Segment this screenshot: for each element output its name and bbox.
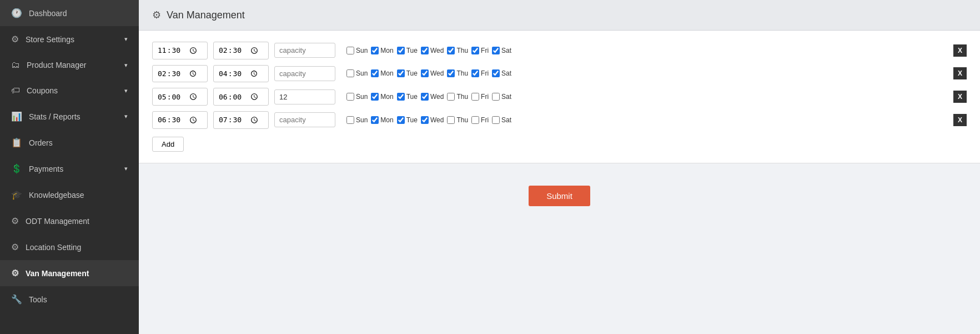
sidebar-item-coupons[interactable]: 🏷 Coupons ▾ xyxy=(0,78,139,103)
start-time-input-1[interactable] xyxy=(157,45,199,56)
day-fri-1[interactable]: Fri xyxy=(471,47,489,54)
day-sat-3[interactable]: Sat xyxy=(492,93,511,101)
capacity-input-1[interactable] xyxy=(274,43,335,58)
delete-button-4[interactable]: X xyxy=(953,114,967,126)
sidebar-item-orders[interactable]: 📋 Orders xyxy=(0,129,139,156)
start-time-3[interactable] xyxy=(152,88,208,106)
thu-checkbox-3[interactable] xyxy=(447,93,455,101)
mon-checkbox-4[interactable] xyxy=(371,116,379,124)
day-tue-4[interactable]: Tue xyxy=(397,116,418,124)
day-mon-2[interactable]: Mon xyxy=(371,69,393,77)
odt-icon: ⚙ xyxy=(11,216,19,226)
end-time-input-2[interactable] xyxy=(218,68,260,79)
day-sun-1[interactable]: Sun xyxy=(346,47,368,54)
sidebar-item-product-manager[interactable]: 🗂 Product Manager ▾ xyxy=(0,52,139,78)
wed-checkbox-3[interactable] xyxy=(421,93,429,101)
sat-checkbox-4[interactable] xyxy=(492,116,500,124)
page-title: Van Management xyxy=(167,9,245,21)
sun-checkbox-4[interactable] xyxy=(346,116,354,124)
day-wed-1[interactable]: Wed xyxy=(421,47,444,54)
day-sun-4[interactable]: Sun xyxy=(346,116,368,124)
delete-button-2[interactable]: X xyxy=(953,67,967,79)
end-time-input-4[interactable] xyxy=(218,114,260,126)
day-fri-3[interactable]: Fri xyxy=(471,93,489,101)
sidebar-item-dashboard[interactable]: 🕐 Dashboard xyxy=(0,0,139,26)
day-wed-2[interactable]: Wed xyxy=(421,69,444,77)
start-time-input-4[interactable] xyxy=(157,114,199,126)
sidebar-item-payments[interactable]: 💲 Payments ▾ xyxy=(0,156,139,182)
sidebar-item-odt-management[interactable]: ⚙ ODT Management xyxy=(0,208,139,234)
day-mon-4[interactable]: Mon xyxy=(371,116,393,124)
start-time-2[interactable] xyxy=(152,65,208,83)
end-time-input-3[interactable] xyxy=(218,91,260,102)
sat-checkbox-3[interactable] xyxy=(492,93,500,101)
capacity-input-2[interactable] xyxy=(274,66,335,81)
day-sun-3[interactable]: Sun xyxy=(346,93,368,101)
fri-checkbox-4[interactable] xyxy=(471,116,479,124)
fri-checkbox-1[interactable] xyxy=(471,47,479,54)
fri-checkbox-2[interactable] xyxy=(471,69,479,77)
day-wed-4[interactable]: Wed xyxy=(421,116,444,124)
thu-checkbox-1[interactable] xyxy=(447,47,455,54)
end-time-1[interactable] xyxy=(213,42,269,59)
sidebar-item-location-setting[interactable]: ⚙ Location Setting xyxy=(0,234,139,260)
day-tue-3[interactable]: Tue xyxy=(397,93,418,101)
sat-checkbox-1[interactable] xyxy=(492,47,500,54)
mon-checkbox-2[interactable] xyxy=(371,69,379,77)
day-tue-2[interactable]: Tue xyxy=(397,69,418,77)
time-row-2: Sun Mon Tue Wed Thu Fri Sat X xyxy=(152,65,967,83)
thu-checkbox-4[interactable] xyxy=(447,116,455,124)
end-time-2[interactable] xyxy=(213,65,269,83)
submit-button[interactable]: Submit xyxy=(529,186,590,206)
tue-checkbox-3[interactable] xyxy=(397,93,405,101)
day-wed-3[interactable]: Wed xyxy=(421,93,444,101)
sun-checkbox-1[interactable] xyxy=(346,47,354,54)
day-sun-2[interactable]: Sun xyxy=(346,69,368,77)
wed-checkbox-4[interactable] xyxy=(421,116,429,124)
end-time-4[interactable] xyxy=(213,111,269,129)
add-button[interactable]: Add xyxy=(152,137,184,152)
sun-checkbox-2[interactable] xyxy=(346,69,354,77)
day-sat-1[interactable]: Sat xyxy=(492,47,511,54)
end-time-input-1[interactable] xyxy=(218,45,260,56)
day-thu-1[interactable]: Thu xyxy=(447,47,468,54)
sat-checkbox-2[interactable] xyxy=(492,69,500,77)
day-mon-3[interactable]: Mon xyxy=(371,93,393,101)
sidebar-item-stats-reports[interactable]: 📊 Stats / Reports ▾ xyxy=(0,103,139,129)
tue-checkbox-4[interactable] xyxy=(397,116,405,124)
start-time-input-2[interactable] xyxy=(157,68,199,79)
day-sat-4[interactable]: Sat xyxy=(492,116,511,124)
sidebar-item-tools[interactable]: 🔧 Tools xyxy=(0,286,139,312)
day-thu-2[interactable]: Thu xyxy=(447,69,468,77)
day-fri-4[interactable]: Fri xyxy=(471,116,489,124)
start-time-input-3[interactable] xyxy=(157,91,199,102)
chevron-down-icon: ▾ xyxy=(124,36,128,43)
sun-checkbox-3[interactable] xyxy=(346,93,354,101)
sidebar-item-knowledgebase[interactable]: 🎓 Knowledgebase xyxy=(0,182,139,208)
fri-checkbox-3[interactable] xyxy=(471,93,479,101)
tue-checkbox-2[interactable] xyxy=(397,69,405,77)
capacity-input-3[interactable] xyxy=(274,89,335,104)
delete-button-1[interactable]: X xyxy=(953,44,967,57)
day-mon-1[interactable]: Mon xyxy=(371,47,393,54)
sidebar-item-store-settings[interactable]: ⚙ Store Settings ▾ xyxy=(0,26,139,52)
delete-button-3[interactable]: X xyxy=(953,91,967,103)
mon-checkbox-1[interactable] xyxy=(371,47,379,54)
end-time-3[interactable] xyxy=(213,88,269,106)
wed-checkbox-2[interactable] xyxy=(421,69,429,77)
wed-checkbox-1[interactable] xyxy=(421,47,429,54)
day-sat-2[interactable]: Sat xyxy=(492,69,511,77)
mon-checkbox-3[interactable] xyxy=(371,93,379,101)
day-tue-1[interactable]: Tue xyxy=(397,47,418,54)
capacity-input-4[interactable] xyxy=(274,112,335,127)
day-fri-2[interactable]: Fri xyxy=(471,69,489,77)
tue-checkbox-1[interactable] xyxy=(397,47,405,54)
sidebar-item-van-management[interactable]: ⚙ Van Management xyxy=(0,260,139,286)
day-thu-4[interactable]: Thu xyxy=(447,116,468,124)
start-time-4[interactable] xyxy=(152,111,208,129)
day-thu-3[interactable]: Thu xyxy=(447,93,468,101)
sidebar-item-label: Van Management xyxy=(26,269,89,278)
start-time-1[interactable] xyxy=(152,42,208,59)
thu-checkbox-2[interactable] xyxy=(447,69,455,77)
day-group-4: Sun Mon Tue Wed Thu Fri Sat xyxy=(346,116,511,124)
